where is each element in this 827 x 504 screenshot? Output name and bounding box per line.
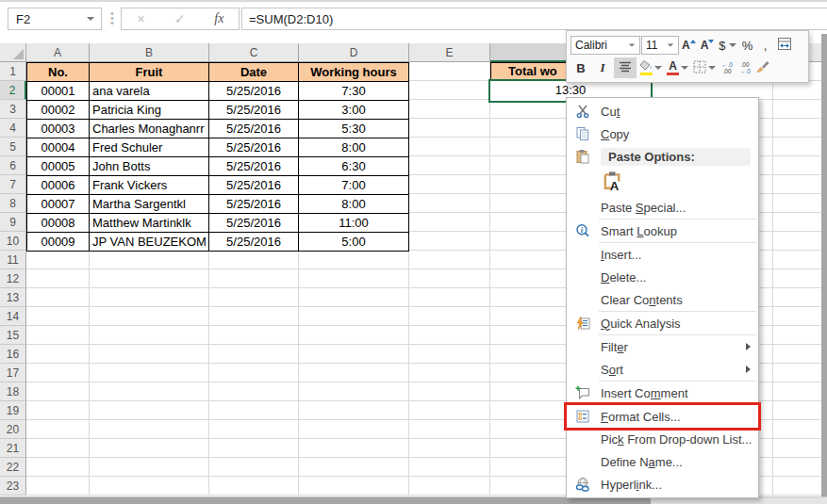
table-cell[interactable]: 5/25/2016 [209, 195, 299, 214]
paste-values-icon[interactable]: A [601, 170, 623, 195]
row-header-2[interactable]: 2 [0, 81, 26, 100]
horizontal-scrollbar-thumb[interactable] [0, 497, 651, 504]
row-header-23[interactable]: 23 [0, 477, 26, 496]
table-header-cell[interactable]: Date [209, 63, 299, 82]
menu-item-define-name[interactable]: Define Name... [567, 450, 758, 473]
borders-button[interactable] [691, 57, 718, 78]
align-center-button[interactable] [614, 57, 637, 78]
row-header-19[interactable]: 19 [0, 401, 26, 420]
table-cell[interactable]: 5/25/2016 [209, 138, 299, 157]
table-cell[interactable]: Charles Monaghanrr [90, 120, 209, 138]
table-cell[interactable]: Martha Sargentkl [90, 195, 209, 214]
table-cell[interactable]: 5/25/2016 [209, 120, 299, 138]
column-header-D[interactable]: D [299, 43, 409, 62]
table-cell[interactable]: 5/25/2016 [209, 233, 299, 252]
row-header-11[interactable]: 11 [0, 251, 26, 269]
enter-icon[interactable]: ✓ [166, 11, 194, 26]
menu-item-cut[interactable]: Cut [567, 100, 758, 122]
menu-item-delete[interactable]: Delete... [567, 266, 758, 288]
row-header-1[interactable]: 1 [0, 62, 26, 81]
menu-item-hyperlink[interactable]: Hyperlink... [567, 473, 758, 496]
row-header-18[interactable]: 18 [0, 382, 26, 401]
column-header-E[interactable]: E [409, 43, 490, 62]
row-header-16[interactable]: 16 [0, 345, 26, 364]
row-header-8[interactable]: 8 [0, 194, 26, 213]
table-cell[interactable]: 00005 [27, 157, 90, 176]
column-header-C[interactable]: C [209, 43, 299, 62]
percent-style-button[interactable]: % [739, 35, 756, 56]
menu-item-insert-comment[interactable]: Insert Comment [567, 382, 758, 404]
row-header-15[interactable]: 15 [0, 326, 26, 345]
select-all-corner[interactable] [0, 43, 26, 62]
vertical-scrollbar[interactable] [821, 34, 827, 496]
menu-item-clear-contents[interactable]: Clear Contents [567, 288, 758, 311]
format-painter-button[interactable] [754, 57, 772, 78]
table-cell[interactable]: Fred Schuler [90, 138, 209, 157]
table-cell[interactable]: 8:00 [299, 195, 409, 214]
table-cell[interactable]: 00006 [27, 176, 90, 195]
row-header-22[interactable]: 22 [0, 458, 26, 477]
table-header-cell[interactable]: No. [27, 63, 90, 82]
table-cell[interactable]: 5/25/2016 [209, 214, 299, 233]
table-cell[interactable]: 7:00 [299, 176, 409, 195]
menu-item-smart-lookup[interactable]: iSmart Lookup [567, 219, 758, 242]
increase-decimal-button[interactable]: .00→.0 [736, 57, 753, 78]
merge-center-button[interactable] [775, 35, 794, 56]
table-cell[interactable]: Patricia King [90, 101, 209, 120]
row-header-12[interactable]: 12 [0, 269, 26, 288]
table-cell[interactable]: 11:00 [299, 214, 409, 233]
table-cell[interactable]: Matthew Martinklk [90, 214, 209, 233]
menu-item-quick-analysis[interactable]: Quick Analysis [567, 312, 758, 334]
name-box-caret-icon[interactable] [87, 17, 94, 21]
row-header-6[interactable]: 6 [0, 156, 26, 175]
column-header-A[interactable]: A [26, 43, 90, 62]
font-name-combo[interactable]: Calibri [571, 36, 640, 55]
row-header-5[interactable]: 5 [0, 138, 26, 156]
table-cell[interactable]: 5/25/2016 [209, 101, 299, 120]
table-cell[interactable]: 00009 [27, 233, 90, 252]
menu-item-pick-from-drop-down-list[interactable]: Pick From Drop-down List... [567, 428, 758, 450]
paste-option-values-button[interactable]: A [567, 168, 758, 196]
table-cell[interactable]: 5:30 [299, 120, 409, 138]
row-header-13[interactable]: 13 [0, 288, 26, 307]
menu-item-sort[interactable]: Sort [567, 358, 758, 381]
menu-item-paste-special[interactable]: Paste Special... [567, 196, 758, 219]
currency-format-button[interactable]: $ [717, 35, 737, 56]
italic-button[interactable]: I [592, 57, 613, 78]
name-box[interactable]: F2 [8, 8, 102, 30]
row-header-17[interactable]: 17 [0, 364, 26, 382]
table-cell[interactable]: 5/25/2016 [209, 157, 299, 176]
table-cell[interactable]: John Botts [90, 157, 209, 176]
formula-input[interactable]: =SUM(D2:D10) [241, 8, 827, 30]
row-header-10[interactable]: 10 [0, 232, 26, 251]
table-cell[interactable]: Frank Vickers [90, 176, 209, 195]
row-header-9[interactable]: 9 [0, 213, 26, 232]
table-cell[interactable]: 6:30 [299, 157, 409, 176]
table-cell[interactable]: 00003 [27, 120, 90, 138]
menu-item-copy[interactable]: Copy [567, 122, 758, 145]
table-cell[interactable]: 00002 [27, 101, 90, 120]
table-cell[interactable]: 7:30 [299, 82, 409, 101]
decrease-decimal-button[interactable]: ←.0.00 [719, 57, 736, 78]
cancel-icon[interactable]: × [127, 11, 156, 26]
table-cell[interactable]: 5:00 [299, 233, 409, 252]
menu-item-filter[interactable]: Filter [567, 335, 758, 358]
row-header-14[interactable]: 14 [0, 307, 26, 326]
insert-function-icon[interactable]: fx [205, 11, 233, 26]
table-cell[interactable]: 5/25/2016 [209, 82, 299, 101]
row-header-21[interactable]: 21 [0, 439, 26, 458]
table-cell[interactable]: 5/25/2016 [209, 176, 299, 195]
table-header-cell[interactable]: Working hours [299, 63, 409, 82]
comma-style-button[interactable]: , [757, 35, 774, 56]
table-header-cell[interactable]: Fruit [90, 63, 209, 82]
grow-font-button[interactable]: A [680, 35, 698, 56]
font-size-combo[interactable]: 11 [641, 36, 679, 55]
table-cell[interactable]: 00008 [27, 214, 90, 233]
menu-item-format-cells-highlighted[interactable]: Format Cells... [567, 405, 758, 428]
font-color-button[interactable]: A [665, 57, 690, 78]
menu-item-insert[interactable]: Insert... [567, 243, 758, 266]
row-header-20[interactable]: 20 [0, 420, 26, 439]
table-cell[interactable]: JP VAN BEUZEKOM [90, 233, 209, 252]
table-cell[interactable]: ana varela [90, 82, 209, 101]
bold-button[interactable]: B [571, 57, 591, 78]
